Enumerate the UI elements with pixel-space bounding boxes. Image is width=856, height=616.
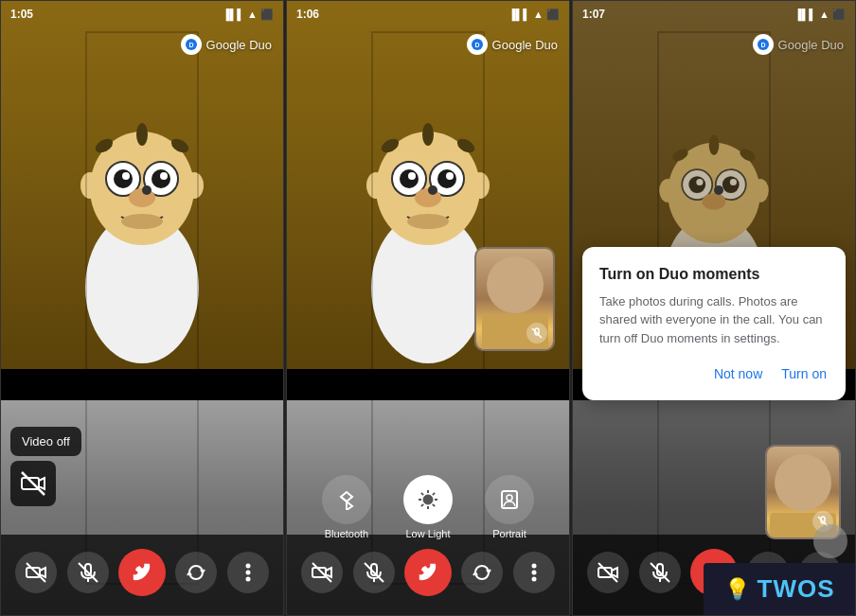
svg-line-89 <box>598 563 617 582</box>
duo-logo-2: D Google Duo <box>467 34 558 55</box>
twos-text: TWOS <box>758 574 835 604</box>
duo-logo-3: D Google Duo <box>753 34 844 55</box>
more-icon-2 <box>531 562 537 583</box>
bluetooth-btn[interactable] <box>322 475 371 524</box>
video-btn-3[interactable] <box>587 552 629 593</box>
video-btn-1[interactable] <box>15 552 57 593</box>
battery-icon-3: ⬛ <box>832 9 846 21</box>
end-call-btn-2[interactable] <box>404 549 452 596</box>
more-btn-2[interactable] <box>513 552 555 593</box>
svg-line-58 <box>433 493 435 495</box>
svg-line-62 <box>312 563 331 582</box>
dialog-body: Take photos during calls. Photos are sha… <box>599 292 829 348</box>
svg-line-50 <box>341 497 347 502</box>
duo-moments-dialog: Turn on Duo moments Take photos during c… <box>582 247 846 401</box>
not-now-button[interactable]: Not now <box>712 362 764 385</box>
svg-point-27 <box>245 571 250 575</box>
svg-point-28 <box>245 577 250 582</box>
video-off-ctrl-icon-3 <box>597 562 618 583</box>
wifi-icon-3: ▲ <box>819 9 829 20</box>
svg-point-68 <box>531 571 536 575</box>
duo-logo-1: D Google Duo <box>181 34 272 55</box>
gray-circle-3[interactable] <box>813 524 847 558</box>
low-light-btn[interactable] <box>403 475 453 524</box>
pip-muted-2 <box>526 323 547 343</box>
duo-svg-icon-1: D <box>185 38 198 51</box>
dialog-actions: Not now Turn on <box>599 362 829 385</box>
svg-point-26 <box>245 564 250 569</box>
svg-line-21 <box>27 563 45 582</box>
twos-watermark: 💡 TWOS <box>704 563 855 615</box>
door-knob-3 <box>714 185 723 195</box>
mute-btn-3[interactable] <box>639 552 681 593</box>
signal-icon-3: ▐▌▌ <box>794 9 816 20</box>
more-icon-1 <box>245 562 251 583</box>
svg-line-59 <box>421 504 423 506</box>
effect-portrait[interactable]: Portrait <box>485 475 534 539</box>
phone-panel-2: 1:06 ▐▌▌ ▲ ⬛ D Google Duo <box>286 0 570 616</box>
video-off-svg-1 <box>20 470 46 497</box>
svg-point-51 <box>423 495 433 504</box>
flip-icon-1 <box>186 562 206 583</box>
bottom-controls-1 <box>1 535 283 615</box>
mute-btn-2[interactable] <box>353 552 395 593</box>
duo-svg-icon-3: D <box>757 38 770 51</box>
status-bar-1: 1:05 ▐▌▌ ▲ ⬛ <box>1 1 283 27</box>
portrait-icon <box>499 489 520 510</box>
portrait-btn[interactable] <box>485 475 534 524</box>
status-icons-1: ▐▌▌ ▲ ⬛ <box>223 9 274 21</box>
duo-svg-icon-2: D <box>471 38 484 51</box>
svg-line-57 <box>433 504 435 506</box>
time-2: 1:06 <box>296 8 319 21</box>
svg-point-61 <box>507 495 512 501</box>
door-knob-2 <box>428 185 437 195</box>
mute-btn-1[interactable] <box>67 552 109 593</box>
flip-btn-2[interactable] <box>461 552 503 593</box>
pip-head-3 <box>775 454 831 511</box>
video-btn-2[interactable] <box>301 552 343 593</box>
svg-text:D: D <box>760 42 765 48</box>
video-off-label-1: Video off <box>10 427 81 506</box>
status-icons-2: ▐▌▌ ▲ ⬛ <box>508 9 560 21</box>
video-off-ctrl-icon-2 <box>312 562 332 583</box>
phone-panel-3: 1:07 ▐▌▌ ▲ ⬛ D Google Duo Turn on Duo mo… <box>572 0 856 616</box>
signal-icon-2: ▐▌▌ <box>508 9 530 20</box>
effect-low-light[interactable]: Low Light <box>403 475 453 539</box>
low-light-icon <box>417 488 439 511</box>
duo-text-1: Google Duo <box>206 38 272 52</box>
portrait-label: Portrait <box>492 528 526 539</box>
video-off-ctrl-icon-1 <box>26 562 46 583</box>
svg-text:D: D <box>188 42 193 48</box>
effect-bluetooth[interactable]: Bluetooth <box>322 475 371 539</box>
battery-icon-2: ⬛ <box>546 9 560 21</box>
more-btn-1[interactable] <box>227 552 269 593</box>
control-buttons-1 <box>10 549 274 596</box>
bluetooth-icon <box>336 489 357 510</box>
time-3: 1:07 <box>582 8 605 21</box>
duo-text-3: Google Duo <box>778 38 844 52</box>
dialog-title: Turn on Duo moments <box>599 266 829 283</box>
door-lines-1 <box>85 31 198 584</box>
end-call-btn-1[interactable] <box>118 549 166 596</box>
bluetooth-label: Bluetooth <box>325 528 368 539</box>
wifi-icon-1: ▲ <box>247 9 258 20</box>
twos-bulb-icon: 💡 <box>724 577 750 602</box>
battery-icon-1: ⬛ <box>260 9 274 21</box>
duo-icon-3: D <box>753 34 774 55</box>
time-1: 1:05 <box>10 8 33 21</box>
duo-icon-1: D <box>181 34 202 55</box>
mute-icon-1 <box>78 562 98 583</box>
pip-window-2 <box>474 247 555 351</box>
effects-tray-2: Bluetooth Low Light <box>287 466 569 549</box>
wifi-icon-2: ▲ <box>533 9 544 20</box>
flip-btn-1[interactable] <box>175 552 217 593</box>
status-bar-2: 1:06 ▐▌▌ ▲ ⬛ <box>287 1 569 27</box>
signal-icon-1: ▐▌▌ <box>223 9 244 20</box>
end-call-icon-2 <box>416 560 440 585</box>
mute-icon-2 <box>364 562 384 583</box>
phone-panel-1: 1:05 ▐▌▌ ▲ ⬛ D Google Duo Video off <box>0 0 284 616</box>
door-knob-1 <box>142 185 152 195</box>
turn-on-button[interactable]: Turn on <box>779 362 829 385</box>
duo-text-2: Google Duo <box>492 38 558 52</box>
svg-line-48 <box>532 328 542 338</box>
